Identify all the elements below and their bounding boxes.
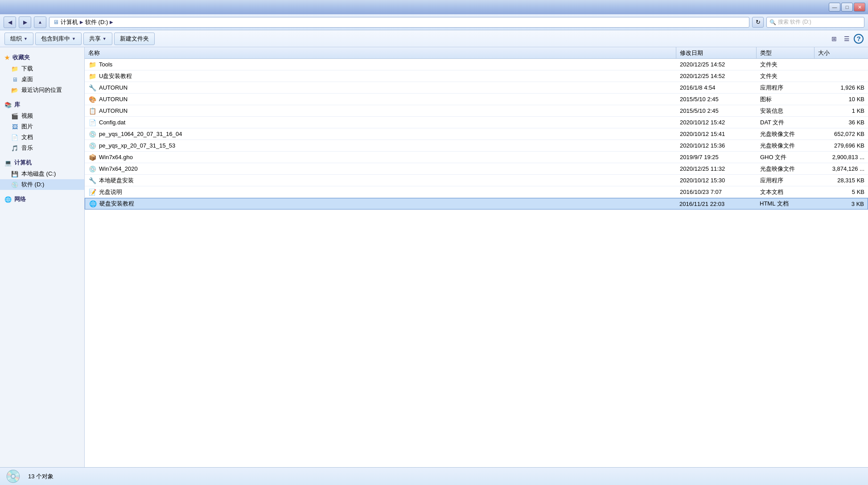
search-box[interactable]: 🔍 搜索 软件 (D:) bbox=[766, 17, 864, 28]
file-cell-size: 3 KB bbox=[814, 201, 868, 207]
file-row[interactable]: 📄 Config.dat 2020/10/12 15:42 DAT 文件 36 … bbox=[85, 117, 868, 128]
file-cell-date: 2016/10/23 7:07 bbox=[676, 189, 757, 195]
file-row[interactable]: 📝 光盘说明 2016/10/23 7:07 文本文档 5 KB bbox=[85, 186, 868, 198]
file-row[interactable]: 📦 Win7x64.gho 2019/9/7 19:25 GHO 文件 2,90… bbox=[85, 152, 868, 163]
file-cell-name: 📁 Tools bbox=[85, 61, 676, 69]
file-cell-name: 💿 pe_yqs_1064_20_07_31_16_04 bbox=[85, 130, 676, 138]
file-name: Tools bbox=[99, 61, 112, 68]
file-cell-date: 2020/10/12 15:36 bbox=[676, 142, 757, 149]
col-header-date[interactable]: 修改日期 bbox=[676, 47, 757, 58]
computer-header[interactable]: 💻 计算机 bbox=[0, 157, 84, 169]
sidebar-item-d-drive[interactable]: 💿 软件 (D:) bbox=[0, 179, 84, 190]
file-cell-type: DAT 文件 bbox=[757, 119, 815, 127]
library-header[interactable]: 📚 库 bbox=[0, 99, 84, 111]
file-cell-date: 2016/11/21 22:03 bbox=[676, 201, 756, 207]
file-row[interactable]: 🌐 硬盘安装教程 2016/11/21 22:03 HTML 文档 3 KB bbox=[85, 198, 868, 210]
breadcrumb-separator-2: ▶ bbox=[110, 20, 113, 25]
sidebar-item-recent[interactable]: 📂 最近访问的位置 bbox=[0, 85, 84, 95]
file-cell-size: 2,900,813 ... bbox=[815, 154, 868, 160]
sidebar-item-image[interactable]: 🖼 图片 bbox=[0, 121, 84, 132]
file-cell-date: 2020/12/25 14:52 bbox=[676, 61, 757, 68]
forward-button[interactable]: ▶ bbox=[19, 16, 31, 28]
file-row[interactable]: 🔧 AUTORUN 2016/1/8 4:54 应用程序 1,926 KB bbox=[85, 82, 868, 94]
file-row[interactable]: 🔧 本地硬盘安装 2020/10/12 15:30 应用程序 28,315 KB bbox=[85, 175, 868, 186]
file-cell-date: 2016/1/8 4:54 bbox=[676, 84, 757, 91]
sidebar-item-image-label: 图片 bbox=[21, 123, 33, 131]
network-header[interactable]: 🌐 网络 bbox=[0, 193, 84, 205]
file-cell-type: 文件夹 bbox=[757, 72, 815, 80]
path-part-computer: 计算机 bbox=[61, 18, 78, 26]
file-row[interactable]: 💿 Win7x64_2020 2020/12/25 11:32 光盘映像文件 3… bbox=[85, 163, 868, 175]
file-icon: 🎨 bbox=[88, 95, 96, 103]
sidebar-item-download[interactable]: 📁 下载 bbox=[0, 63, 84, 74]
minimize-button[interactable]: — bbox=[829, 3, 840, 12]
file-row[interactable]: 📁 U盘安装教程 2020/12/25 14:52 文件夹 bbox=[85, 70, 868, 82]
sidebar-item-desktop[interactable]: 🖥 桌面 bbox=[0, 74, 84, 85]
sidebar: ★ 收藏夹 📁 下载 🖥 桌面 📂 最近访问的位置 📚 库 bbox=[0, 47, 85, 467]
sidebar-item-video[interactable]: 🎬 视频 bbox=[0, 111, 84, 121]
col-header-name[interactable]: 名称 bbox=[85, 47, 676, 58]
file-name: 光盘说明 bbox=[99, 188, 122, 196]
computer-section: 💻 计算机 💾 本地磁盘 (C:) 💿 软件 (D:) bbox=[0, 157, 84, 190]
file-cell-size: 1,926 KB bbox=[815, 84, 868, 91]
favorites-header[interactable]: ★ 收藏夹 bbox=[0, 52, 84, 63]
new-folder-button[interactable]: 新建文件夹 bbox=[114, 33, 155, 45]
maximize-button[interactable]: □ bbox=[841, 3, 853, 12]
col-header-type[interactable]: 类型 bbox=[757, 47, 815, 58]
file-icon: 💿 bbox=[88, 142, 96, 150]
share-button[interactable]: 共享 ▼ bbox=[83, 33, 112, 45]
file-cell-type: 图标 bbox=[757, 95, 815, 103]
file-cell-name: 📋 AUTORUN bbox=[85, 107, 676, 115]
help-button[interactable]: ? bbox=[854, 34, 864, 44]
file-cell-name: 📦 Win7x64.gho bbox=[85, 153, 676, 161]
file-cell-type: 文件夹 bbox=[757, 61, 815, 69]
view-toggle-button[interactable]: ⊞ bbox=[829, 33, 839, 44]
file-row[interactable]: 📋 AUTORUN 2015/5/10 2:45 安装信息 1 KB bbox=[85, 105, 868, 117]
organize-arrow-icon: ▼ bbox=[24, 37, 28, 41]
status-app-icon: 💿 bbox=[5, 469, 21, 484]
file-cell-type: 文本文档 bbox=[757, 188, 815, 196]
file-cell-name: 🎨 AUTORUN bbox=[85, 95, 676, 103]
address-path[interactable]: 🖥 计算机 ▶ 软件 (D:) ▶ bbox=[49, 17, 749, 28]
include-label: 包含到库中 bbox=[41, 35, 70, 43]
library-icon: 📚 bbox=[4, 102, 12, 108]
file-rows-container: 📁 Tools 2020/12/25 14:52 文件夹 📁 U盘安装教程 20… bbox=[85, 59, 868, 210]
organize-button[interactable]: 组织 ▼ bbox=[4, 33, 33, 45]
file-cell-size: 1 KB bbox=[815, 107, 868, 114]
sidebar-item-music[interactable]: 🎵 音乐 bbox=[0, 143, 84, 153]
file-name: AUTORUN bbox=[99, 107, 128, 114]
file-cell-date: 2020/12/25 14:52 bbox=[676, 73, 757, 79]
sidebar-item-document[interactable]: 📄 文档 bbox=[0, 132, 84, 143]
library-label: 库 bbox=[14, 101, 20, 109]
new-folder-label: 新建文件夹 bbox=[120, 35, 149, 43]
sidebar-item-video-label: 视频 bbox=[21, 112, 33, 120]
include-library-button[interactable]: 包含到库中 ▼ bbox=[35, 33, 82, 45]
file-name: Win7x64.gho bbox=[99, 154, 133, 160]
titlebar: — □ ✕ bbox=[0, 0, 868, 14]
view-list-button[interactable]: ☰ bbox=[841, 33, 852, 44]
document-icon: 📄 bbox=[11, 133, 19, 141]
sidebar-item-c-drive[interactable]: 💾 本地磁盘 (C:) bbox=[0, 169, 84, 179]
sidebar-item-c-drive-label: 本地磁盘 (C:) bbox=[21, 170, 56, 178]
up-button[interactable]: ▲ bbox=[34, 16, 46, 28]
download-folder-icon: 📁 bbox=[11, 65, 19, 73]
file-cell-name: 💿 pe_yqs_xp_20_07_31_15_53 bbox=[85, 142, 676, 150]
sidebar-item-recent-label: 最近访问的位置 bbox=[21, 86, 62, 94]
file-row[interactable]: 📁 Tools 2020/12/25 14:52 文件夹 bbox=[85, 59, 868, 70]
desktop-icon: 🖥 bbox=[11, 75, 19, 83]
col-header-size[interactable]: 大小 bbox=[815, 47, 868, 58]
file-icon: 📄 bbox=[88, 119, 96, 127]
file-row[interactable]: 💿 pe_yqs_xp_20_07_31_15_53 2020/10/12 15… bbox=[85, 140, 868, 152]
file-cell-date: 2020/12/25 11:32 bbox=[676, 165, 757, 172]
file-icon: 📁 bbox=[88, 72, 96, 80]
file-cell-size: 3,874,126 ... bbox=[815, 165, 868, 172]
computer-sidebar-icon: 💻 bbox=[4, 160, 12, 166]
file-cell-date: 2015/5/10 2:45 bbox=[676, 96, 757, 103]
back-button[interactable]: ◀ bbox=[4, 16, 16, 28]
file-cell-name: 🔧 本地硬盘安装 bbox=[85, 177, 676, 185]
file-row[interactable]: 🎨 AUTORUN 2015/5/10 2:45 图标 10 KB bbox=[85, 94, 868, 105]
file-row[interactable]: 💿 pe_yqs_1064_20_07_31_16_04 2020/10/12 … bbox=[85, 128, 868, 140]
refresh-button[interactable]: ↻ bbox=[752, 17, 764, 28]
favorites-section: ★ 收藏夹 📁 下载 🖥 桌面 📂 最近访问的位置 bbox=[0, 52, 84, 95]
close-button[interactable]: ✕ bbox=[854, 3, 865, 12]
